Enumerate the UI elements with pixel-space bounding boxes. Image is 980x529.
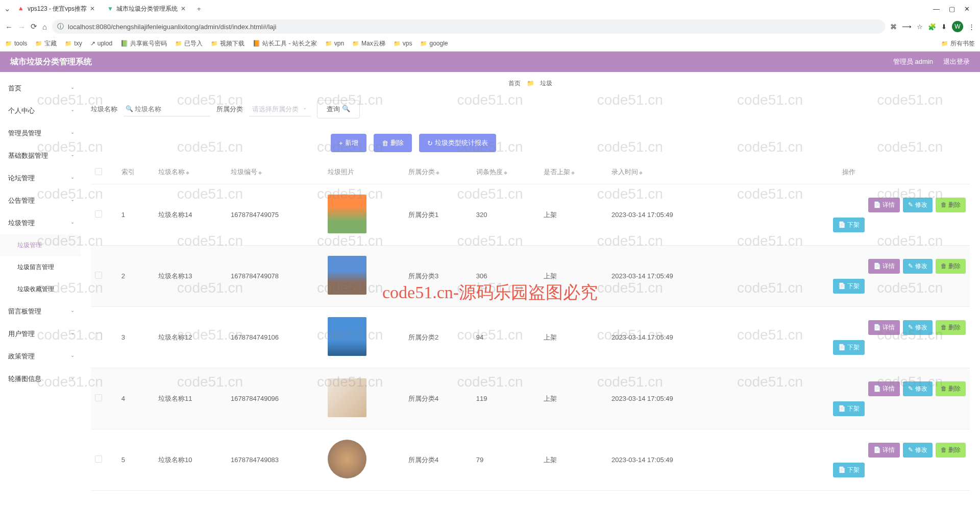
checkbox-all[interactable] bbox=[95, 168, 102, 175]
edit-button[interactable]: ✎ 修改 bbox=[903, 259, 932, 274]
col-time[interactable]: 录入时间◆ bbox=[607, 160, 728, 184]
unshelf-button[interactable]: 📄 下架 bbox=[833, 218, 865, 232]
logout-link[interactable]: 退出登录 bbox=[943, 57, 970, 66]
bookmark-item[interactable]: 已导入 bbox=[175, 39, 203, 48]
delete-button[interactable]: 🗑删除 bbox=[374, 134, 412, 152]
tab-favicon-icon: 🔺 bbox=[17, 5, 24, 12]
extensions-icon[interactable]: 🧩 bbox=[928, 23, 936, 31]
bookmark-item[interactable]: 📙 站长工具 - 站长之家 bbox=[253, 39, 317, 48]
row-delete-button[interactable]: 🗑 删除 bbox=[936, 381, 966, 396]
profile-avatar[interactable]: W bbox=[952, 21, 963, 32]
unshelf-button[interactable]: 📄 下架 bbox=[833, 279, 865, 294]
thumbnail-image[interactable] bbox=[328, 256, 366, 295]
edit-button[interactable]: ✎ 修改 bbox=[903, 198, 932, 212]
row-checkbox[interactable] bbox=[95, 333, 102, 340]
edit-button[interactable]: ✎ 修改 bbox=[903, 320, 932, 335]
edit-button[interactable]: ✎ 修改 bbox=[903, 443, 932, 458]
close-icon[interactable]: ✕ bbox=[90, 5, 95, 12]
bookmark-item[interactable]: tools bbox=[5, 40, 27, 47]
sort-icon: ◆ bbox=[504, 170, 507, 175]
sidebar-item[interactable]: 垃圾管理 bbox=[0, 234, 81, 256]
thumbnail-image[interactable] bbox=[328, 440, 366, 478]
category-select[interactable]: 请选择所属分类 ⌄ bbox=[249, 102, 311, 116]
unshelf-button[interactable]: 📄 下架 bbox=[833, 340, 865, 355]
row-delete-button[interactable]: 🗑 删除 bbox=[936, 443, 966, 458]
star-icon[interactable]: ☆ bbox=[917, 23, 923, 31]
col-code[interactable]: 垃圾编号◆ bbox=[227, 160, 324, 184]
edit-button[interactable]: ✎ 修改 bbox=[903, 381, 932, 396]
forward-icon[interactable]: → bbox=[18, 22, 26, 31]
sidebar-item[interactable]: 个人中心⌄ bbox=[0, 100, 81, 122]
row-checkbox[interactable] bbox=[95, 455, 102, 463]
sidebar-item[interactable]: 政策管理⌄ bbox=[0, 345, 81, 368]
key-icon[interactable]: ⌘ bbox=[890, 23, 897, 31]
row-delete-button[interactable]: 🗑 删除 bbox=[936, 259, 966, 274]
detail-button[interactable]: 📄 详情 bbox=[868, 198, 900, 212]
sidebar-item[interactable]: 首页⌄ bbox=[0, 77, 81, 100]
url-bar[interactable]: ⓘ localhost:8080/chengshilajifenleiguanl… bbox=[52, 19, 885, 34]
thumbnail-image[interactable] bbox=[328, 378, 366, 417]
bookmark-item[interactable]: vpn bbox=[325, 40, 344, 47]
sidebar-item[interactable]: 轮播图信息⌄ bbox=[0, 368, 81, 390]
sidebar-item[interactable]: 公告管理⌄ bbox=[0, 189, 81, 212]
bookmark-item[interactable]: txy bbox=[65, 40, 82, 47]
bookmark-item[interactable]: vps bbox=[394, 40, 412, 47]
col-status[interactable]: 是否上架◆ bbox=[540, 160, 607, 184]
add-button[interactable]: +新增 bbox=[331, 134, 366, 152]
detail-button[interactable]: 📄 详情 bbox=[868, 443, 900, 458]
sidebar-item[interactable]: 垃圾收藏管理 bbox=[0, 278, 81, 300]
detail-button[interactable]: 📄 详情 bbox=[868, 320, 900, 335]
maximize-icon[interactable]: ▢ bbox=[949, 5, 955, 13]
row-checkbox[interactable] bbox=[95, 210, 102, 218]
name-field-label: 垃圾名称 bbox=[91, 105, 117, 114]
chevron-down-icon[interactable]: ⌄ bbox=[4, 4, 11, 13]
bookmark-item[interactable]: ↗ uplod bbox=[90, 40, 112, 47]
sidebar-item[interactable]: 用户管理⌄ bbox=[0, 323, 81, 345]
menu-icon[interactable]: ⋮ bbox=[968, 23, 975, 31]
new-tab-button[interactable]: + bbox=[192, 5, 206, 13]
row-delete-button[interactable]: 🗑 删除 bbox=[936, 198, 966, 212]
unshelf-button[interactable]: 📄 下架 bbox=[833, 401, 865, 416]
bookmark-item[interactable]: 视频下载 bbox=[211, 39, 244, 48]
browser-tab[interactable]: 🔺 vps123 - 便宜vps推荐 ✕ bbox=[11, 1, 101, 16]
unshelf-button[interactable]: 📄 下架 bbox=[833, 463, 865, 477]
sidebar-item[interactable]: 基础数据管理⌄ bbox=[0, 145, 81, 167]
row-checkbox[interactable] bbox=[95, 272, 102, 279]
col-category[interactable]: 所属分类◆ bbox=[404, 160, 472, 184]
sidebar-item[interactable]: 留言板管理⌄ bbox=[0, 300, 81, 323]
back-icon[interactable]: ← bbox=[5, 22, 13, 31]
sort-icon: ◆ bbox=[186, 170, 189, 175]
report-button[interactable]: ↻垃圾类型统计报表 bbox=[419, 134, 496, 152]
col-name[interactable]: 垃圾名称◆ bbox=[154, 160, 227, 184]
share-icon[interactable]: ⟶ bbox=[902, 23, 912, 31]
name-input[interactable] bbox=[124, 102, 210, 116]
thumbnail-image[interactable] bbox=[328, 317, 366, 356]
row-checkbox[interactable] bbox=[95, 394, 102, 401]
row-delete-button[interactable]: 🗑 删除 bbox=[936, 320, 966, 335]
bookmark-item[interactable]: 宝藏 bbox=[35, 39, 57, 48]
bookmark-item[interactable]: google bbox=[420, 40, 448, 47]
site-info-icon[interactable]: ⓘ bbox=[57, 22, 64, 31]
home-icon[interactable]: ⌂ bbox=[42, 22, 47, 31]
breadcrumb-home[interactable]: 首页 bbox=[508, 80, 521, 87]
minimize-icon[interactable]: — bbox=[933, 5, 940, 13]
download-icon[interactable]: ⬇ bbox=[941, 23, 947, 31]
sidebar-item[interactable]: 垃圾留言管理 bbox=[0, 256, 81, 278]
bookmark-item[interactable]: 📗 共享账号密码 bbox=[120, 39, 167, 48]
detail-button[interactable]: 📄 详情 bbox=[868, 259, 900, 274]
all-bookmarks[interactable]: 所有书签 bbox=[941, 39, 975, 48]
bookmark-item[interactable]: Max云梯 bbox=[352, 39, 385, 48]
admin-label[interactable]: 管理员 admin bbox=[893, 57, 933, 66]
close-window-icon[interactable]: ✕ bbox=[964, 5, 970, 13]
reload-icon[interactable]: ⟳ bbox=[31, 22, 37, 31]
sidebar-item[interactable]: 论坛管理⌄ bbox=[0, 167, 81, 189]
cell-name: 垃圾名称12 bbox=[154, 307, 227, 368]
sidebar-item[interactable]: 管理员管理⌄ bbox=[0, 122, 81, 145]
col-heat[interactable]: 词条热度◆ bbox=[472, 160, 540, 184]
sidebar-item[interactable]: 垃圾管理⌄ bbox=[0, 212, 81, 234]
thumbnail-image[interactable] bbox=[328, 195, 366, 233]
search-button[interactable]: 查询 🔍 bbox=[317, 100, 360, 118]
detail-button[interactable]: 📄 详情 bbox=[868, 381, 900, 396]
browser-tab-active[interactable]: ▼ 城市垃圾分类管理系统 ✕ bbox=[101, 1, 192, 16]
close-icon[interactable]: ✕ bbox=[181, 5, 186, 12]
